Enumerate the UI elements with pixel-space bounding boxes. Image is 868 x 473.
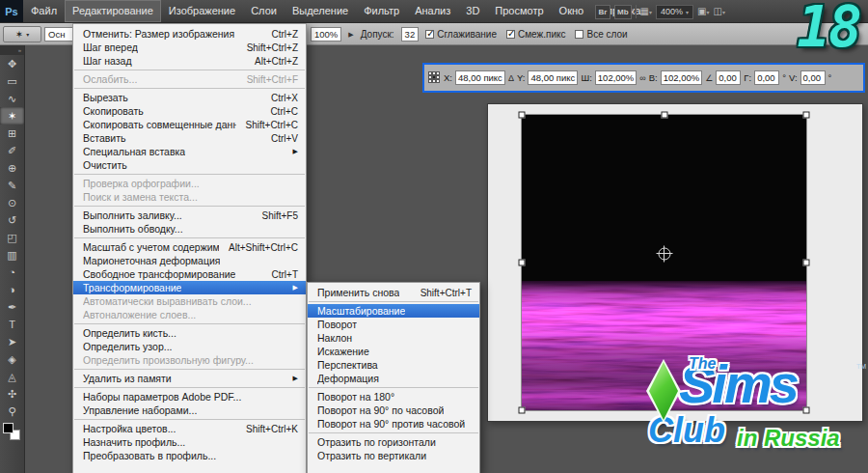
- hskew-field[interactable]: 0,00: [754, 70, 779, 85]
- marquee-tool[interactable]: ▭: [0, 72, 24, 90]
- eraser-tool[interactable]: ◰: [0, 229, 24, 246]
- menu-item-purge[interactable]: Удалить из памяти: [73, 372, 306, 385]
- menu-item-step-forward[interactable]: Шаг вперед Shift+Ctrl+Z: [73, 41, 306, 54]
- menu-item-pdf-presets[interactable]: Наборы параметров Adobe PDF...: [73, 390, 306, 403]
- submenu-item-perspective[interactable]: Перспектива: [308, 358, 479, 372]
- tool-preset-picker[interactable]: ✶ ▾: [3, 26, 41, 42]
- arrange-documents-icon[interactable]: ▣▾: [697, 4, 709, 20]
- menu-item-copy-merged[interactable]: Скопировать совмещенные данные Shift+Ctr…: [73, 118, 306, 131]
- menu-item-transform[interactable]: Трансформирование: [73, 281, 306, 294]
- submenu-item-again[interactable]: Применить снова Shift+Ctrl+T: [308, 286, 479, 299]
- submenu-item-rotate-90-ccw[interactable]: Поворот на 90° против часовой: [308, 417, 479, 431]
- reference-point-locator-icon[interactable]: [428, 71, 441, 84]
- zoom-tool[interactable]: ⚲: [0, 403, 24, 420]
- transform-handle[interactable]: [519, 112, 526, 119]
- eyedropper-tool[interactable]: ✐: [0, 142, 24, 159]
- menu-file[interactable]: Файл: [23, 0, 65, 22]
- transform-handle[interactable]: [519, 407, 526, 414]
- submenu-item-rotate[interactable]: Поворот: [308, 318, 479, 331]
- x-position-field[interactable]: 48,00 пикс: [455, 70, 505, 85]
- menu-item-free-transform[interactable]: Свободное трансформирование Ctrl+T: [73, 267, 306, 281]
- menu-image[interactable]: Изображение: [161, 0, 243, 22]
- lasso-tool[interactable]: ∿: [0, 90, 24, 107]
- delta-icon[interactable]: Δ: [508, 73, 514, 83]
- clone-stamp-tool[interactable]: ⊙: [0, 194, 24, 211]
- history-brush-tool[interactable]: ↺: [0, 211, 24, 229]
- minibridge-button[interactable]: Mb: [614, 5, 632, 19]
- menu-item-undo[interactable]: Отменить: Размер изображения Ctrl+Z: [73, 27, 306, 41]
- submenu-item-skew[interactable]: Наклон: [308, 331, 479, 345]
- tolerance-field[interactable]: 32: [401, 27, 420, 42]
- submenu-item-flip-vertical[interactable]: Отразить по вертикали: [308, 449, 479, 462]
- foreground-color-swatch[interactable]: [3, 423, 14, 433]
- menu-item-step-back[interactable]: Шаг назад Alt+Ctrl+Z: [73, 54, 306, 68]
- menu-item-paste-special[interactable]: Специальная вставка: [73, 145, 306, 158]
- shape-tool[interactable]: ◈: [0, 350, 24, 368]
- zoom-level-dropdown[interactable]: 400%▾: [656, 5, 693, 19]
- submenu-item-distort[interactable]: Искажение: [308, 345, 479, 358]
- menu-item-find-replace[interactable]: Поиск и замена текста...: [73, 190, 306, 204]
- menu-edit[interactable]: Редактирование: [65, 0, 161, 22]
- menu-item-define-shape[interactable]: Определить произвольную фигуру...: [73, 353, 306, 367]
- checkbox-all-layers[interactable]: Все слои: [575, 29, 627, 40]
- menu-item-clear[interactable]: Очистить: [73, 158, 306, 172]
- type-tool[interactable]: T: [0, 316, 24, 333]
- menu-select[interactable]: Выделение: [285, 0, 356, 22]
- popup-arrow-icon[interactable]: ▶: [348, 31, 353, 39]
- transform-handle[interactable]: [803, 260, 810, 266]
- sample-size-field[interactable]: Осн: [44, 27, 75, 42]
- menu-3d[interactable]: 3D: [458, 0, 487, 22]
- magic-wand-tool[interactable]: ✶: [0, 107, 24, 125]
- menu-item-spell-check[interactable]: Проверка орфографии...: [73, 177, 306, 190]
- transform-handle[interactable]: [661, 112, 667, 119]
- menu-item-paste[interactable]: Вставить Ctrl+V: [73, 131, 306, 145]
- menu-view[interactable]: Просмотр: [487, 0, 551, 22]
- checkbox-antialias[interactable]: Сглаживание: [425, 29, 497, 40]
- menu-layers[interactable]: Слои: [243, 0, 285, 22]
- rotate-3d-tool[interactable]: ◬: [0, 368, 24, 385]
- dodge-tool[interactable]: ◑: [0, 281, 24, 298]
- view-extras-icon[interactable]: ▦▾: [640, 4, 652, 20]
- transform-handle[interactable]: [803, 112, 810, 119]
- rotation-field[interactable]: 0,00: [716, 70, 741, 85]
- menu-item-copy[interactable]: Скопировать Ctrl+C: [73, 104, 306, 118]
- menu-item-auto-align[interactable]: Автоматически выравнивать слои...: [73, 294, 306, 308]
- checkbox-contiguous[interactable]: Смеж.пикс: [506, 29, 566, 40]
- brush-tool[interactable]: ✎: [0, 177, 24, 194]
- color-swatches[interactable]: [0, 421, 24, 444]
- submenu-item-flip-horizontal[interactable]: Отразить по горизонтали: [308, 435, 479, 449]
- menu-item-define-pattern[interactable]: Определить узор...: [73, 340, 306, 353]
- menu-window[interactable]: Окно: [552, 0, 592, 22]
- menu-item-preset-manager[interactable]: Управление наборами...: [73, 403, 306, 417]
- crop-tool[interactable]: ⊞: [0, 125, 24, 142]
- opacity-field[interactable]: 100%: [311, 27, 341, 42]
- submenu-item-rotate-180[interactable]: Поворот на 180°: [308, 390, 479, 403]
- menu-item-cut[interactable]: Вырезать Ctrl+X: [73, 91, 306, 104]
- hand-tool[interactable]: ✣: [0, 385, 24, 403]
- menu-item-auto-blend[interactable]: Автоналожение слоев...: [73, 308, 306, 321]
- menu-item-puppet-warp[interactable]: Марионеточная деформация: [73, 254, 306, 267]
- menu-item-fill[interactable]: Выполнить заливку... Shift+F5: [73, 209, 306, 222]
- width-scale-field[interactable]: 102,00%: [595, 70, 637, 85]
- panel-collapse-icon[interactable]: »: [0, 45, 24, 55]
- menu-item-define-brush[interactable]: Определить кисть...: [73, 326, 306, 340]
- link-dimensions-icon[interactable]: ∞: [639, 73, 645, 83]
- path-selection-tool[interactable]: ➤: [0, 333, 24, 350]
- menu-filter[interactable]: Фильтр: [356, 0, 407, 22]
- transform-handle[interactable]: [519, 260, 526, 266]
- gradient-tool[interactable]: ▥: [0, 246, 24, 264]
- menu-item-fade[interactable]: Ослабить... Shift+Ctrl+F: [73, 72, 306, 86]
- menu-item-assign-profile[interactable]: Назначить профиль...: [73, 435, 306, 449]
- bridge-button[interactable]: Br: [595, 5, 610, 19]
- vskew-field[interactable]: 0,00: [800, 70, 826, 85]
- transform-reference-point[interactable]: [658, 247, 670, 260]
- menu-item-convert-profile[interactable]: Преобразовать в профиль...: [73, 449, 306, 462]
- menu-item-content-aware-scale[interactable]: Масштаб с учетом содержимого Alt+Shift+C…: [73, 240, 306, 254]
- submenu-item-rotate-90-cw[interactable]: Поворот на 90° по часовой: [308, 403, 479, 417]
- height-scale-field[interactable]: 102,00%: [661, 70, 703, 85]
- submenu-item-scale[interactable]: Масштабирование: [308, 304, 479, 318]
- healing-brush-tool[interactable]: ⊕: [0, 159, 24, 177]
- y-position-field[interactable]: 48,00 пикс: [528, 70, 578, 85]
- pen-tool[interactable]: ✒: [0, 298, 24, 316]
- menu-item-color-settings[interactable]: Настройка цветов... Shift+Ctrl+K: [73, 422, 306, 435]
